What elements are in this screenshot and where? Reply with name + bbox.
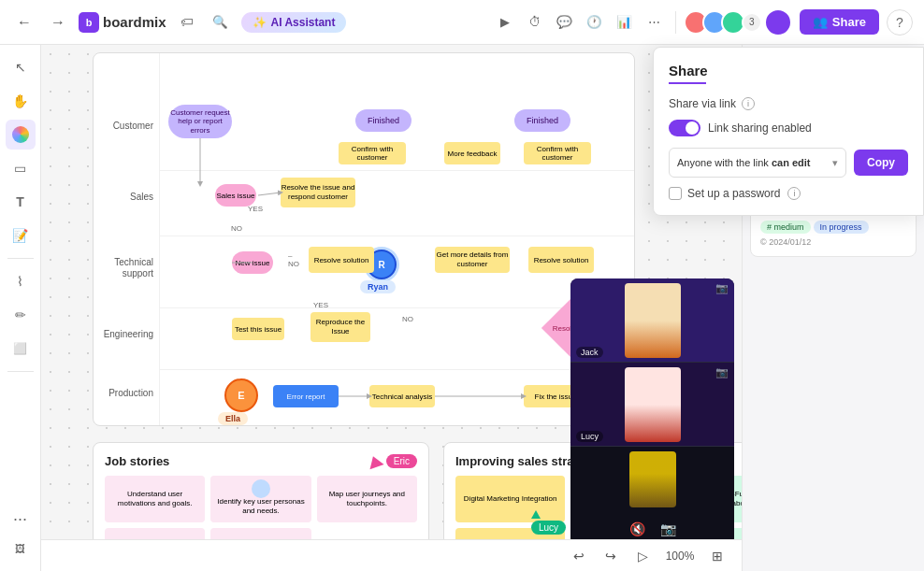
no-label-1: NO [231,224,242,233]
nav-left: ← → b boardmix 🏷 🔍 ✨ AI Assistant [11,9,484,36]
copy-button[interactable]: Copy [854,150,908,176]
node-resolve-respond: Resolve the issue and respond customer [281,178,355,207]
node-error-report: Error report [273,385,339,407]
node-sales-issue: Sales issue [215,184,256,207]
svg-line-1 [258,193,281,195]
info-icon[interactable]: i [742,97,755,110]
tool-more[interactable]: ··· [6,504,36,534]
node-finished-2: Finished [514,109,570,132]
eric-cursor: Eric [368,454,417,468]
main-area: ↖ ✋ ▭ T 📝 ⌇ ✏ ⬜ ··· 🖼 Customer Sales Tec… [0,45,924,571]
node-get-details: Get more details from customer [435,247,510,273]
toggle-label: Link sharing enabled [742,121,812,135]
tool-pen[interactable]: ✏ [6,300,36,330]
tool-shape[interactable]: ▭ [6,153,36,183]
card-2-date: © 2024/01/12 [760,237,906,247]
node-finished-1: Finished [355,109,411,132]
sticky-1: Understand user motivations and goals. [105,476,205,522]
grid-button[interactable]: ⊞ [704,543,730,569]
node-resolve-solution-1: Resolve solution [309,247,374,273]
node-customer-request: Customer request help or report errors [168,105,232,138]
row-sep-4 [159,369,634,370]
canvas-area[interactable]: Customer Sales Technical support Enginee… [41,45,742,571]
user-avatar[interactable] [764,8,792,36]
no-label-2: NO [402,315,413,323]
search-button[interactable]: 🔍 [208,9,234,36]
jack-figure [625,283,681,358]
tool-sticky[interactable]: 📝 [6,221,36,250]
logo: b boardmix [79,12,166,33]
self-figure [629,451,676,507]
node-reproduce: Reproduce the Issue [310,312,370,342]
tool-select[interactable]: ↖ [6,52,36,82]
video-mute-btn[interactable]: 🔇 [629,521,645,536]
video-icon-lucy: 📷 [715,366,729,378]
self-video [570,447,734,512]
tool-color[interactable] [6,120,36,150]
jack-label: Jack [576,347,603,358]
node-test-issue: Test this issue [232,318,284,340]
history-btn[interactable]: 🕐 [582,9,608,36]
tool-eraser[interactable]: ⬜ [6,334,36,364]
toggle-row: Link sharing enabled [742,120,908,136]
redo-button[interactable]: ↪ [598,543,624,569]
avatar-group: 3 [684,10,762,35]
share-icon: 👥 [813,15,828,29]
sticky-avatar [252,479,270,498]
comment-btn[interactable]: 💬 [552,9,578,36]
tool-hand[interactable]: ✋ [6,86,36,116]
row-label-engineering: Engineering [97,329,153,339]
share-panel: Share Share via link i Link sharing enab… [742,47,924,216]
permission-row: Anyone with the link can edit ▾ Copy [742,148,908,178]
row-label-tech-support: Technical support [97,257,153,279]
right-panel: Successfully On...Customer ⬛ High priori… [742,45,924,571]
share-panel-title: Share [742,63,908,79]
logo-icon: b [79,12,99,33]
row-label-sales: Sales [97,192,153,202]
canvas-tools-group: ▶ ⏱ 💬 🕐 📊 ⋯ [492,9,668,36]
tag-button[interactable]: 🏷 [174,9,200,36]
col-sep-1 [159,53,160,425]
share-via-row: Share via link i [742,97,908,110]
color-wheel-icon [12,126,29,143]
yes-label-1: YES [248,205,263,213]
video-cam-off-btn[interactable]: 📷 [660,521,676,536]
forward-button[interactable]: → [45,9,71,36]
app-name: boardmix [103,14,166,30]
video-icon-jack: 📷 [715,282,729,294]
row-sep-2 [159,236,634,236]
more-btn[interactable]: ⋯ [642,9,668,36]
sidebar-separator-2 [7,371,34,372]
play-icon-btn[interactable]: ▶ [492,9,518,36]
share-button[interactable]: 👥 Share [800,9,879,35]
chevron-down-icon: ▾ [832,157,838,169]
dashboard-btn[interactable]: 📊 [612,9,638,36]
node-confirm-customer-2: Confirm with customer [524,142,591,164]
permission-text: Anyone with the link can edit [742,157,810,168]
zoom-level: 100% [661,550,699,563]
permission-select[interactable]: Anyone with the link can edit ▾ [742,148,846,178]
password-info-icon[interactable]: i [787,187,801,200]
help-button[interactable]: ? [887,9,913,36]
sidebar-separator-1 [7,258,34,259]
lucy-name-badge: Lucy [531,521,566,535]
lucy-cursor: Lucy [531,510,566,535]
tool-frames[interactable]: 🖼 [6,534,36,564]
undo-button[interactable]: ↩ [566,543,592,569]
flowchart-container: Customer Sales Technical support Enginee… [93,52,635,426]
password-label: Set up a password [742,187,780,200]
ai-icon: ✨ [253,16,267,29]
tool-text[interactable]: T [6,187,36,217]
nav-divider [675,11,676,34]
ai-assistant-button[interactable]: ✨ AI Assistant [241,12,347,33]
timer-btn[interactable]: ⏱ [522,9,548,36]
tool-connector[interactable]: ⌇ [6,266,36,296]
tag-in-progress-2: In progress [814,221,869,234]
back-button[interactable]: ← [11,9,37,36]
password-row: Set up a password i [742,187,908,200]
lucy-video: 📷 Lucy [570,363,734,447]
node-confirm-customer-1: Confirm with customer [339,142,406,164]
job-stories-header: Job stories Eric [105,454,417,468]
pointer-button[interactable]: ▷ [629,543,656,569]
lucy-figure [625,367,681,442]
